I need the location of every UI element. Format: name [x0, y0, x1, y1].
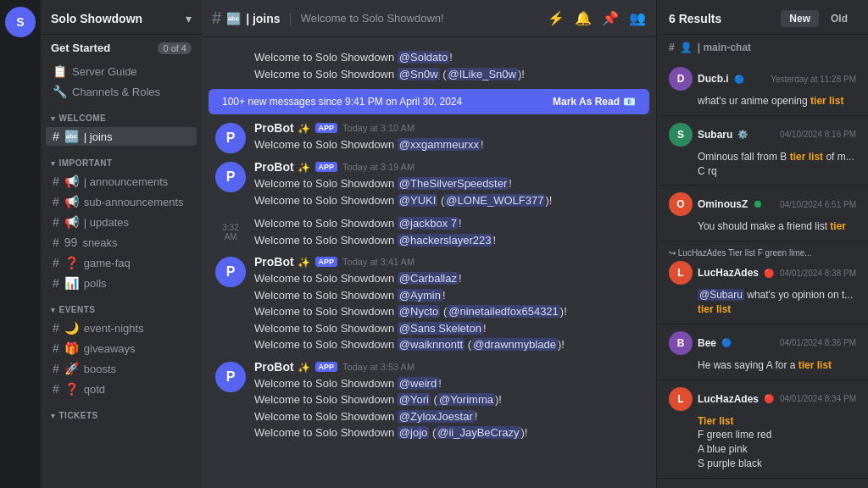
- channel-divider: |: [289, 11, 292, 26]
- hash-icon: #: [53, 215, 59, 229]
- time-aside-container: 3:32 AM: [215, 215, 246, 248]
- timestamp: Today at 3:41 AM: [342, 257, 415, 267]
- sidebar-item-server-guide[interactable]: 📋 Server Guide: [46, 62, 197, 80]
- sidebar-item-channels-roles[interactable]: 🔧 Channels & Roles: [46, 82, 197, 101]
- search-result-header: S Subaru ⚙️ 04/10/2024 8:16 PM: [669, 123, 856, 147]
- result-date: 04/10/2024 8:16 PM: [780, 130, 856, 139]
- sidebar-item-sneaks[interactable]: # 99 sneaks: [46, 233, 197, 252]
- search-threads-icon[interactable]: ⚡: [548, 10, 565, 26]
- search-result-header: B Bee 🔵 04/01/2024 8:36 PM: [669, 331, 856, 355]
- sidebar-item-game-faq[interactable]: # ❓ game-faq: [46, 253, 197, 272]
- message-time-aside: 3:32 AM: [215, 223, 246, 241]
- result-date: 04/01/2024 8:38 PM: [780, 269, 856, 278]
- online-indicator: 🔵: [734, 75, 744, 84]
- get-started-label: Get Started: [51, 42, 110, 54]
- sidebar-item-boosts[interactable]: # 🚀 boosts: [46, 359, 197, 378]
- channels-roles-label: Channels & Roles: [72, 86, 160, 98]
- result-date: 04/10/2024 6:51 PM: [780, 200, 856, 209]
- sidebar-item-qotd[interactable]: # ❓ qotd: [46, 380, 197, 398]
- hash-icon: #: [53, 321, 59, 335]
- search-result-header: L LucHazAdes 🔴 04/01/2024 8:34 PM: [669, 387, 856, 411]
- message-header: ProBot ✨ APP Today at 3:10 AM: [254, 121, 643, 135]
- search-result-item[interactable]: L LucHazAdes 🔴 04/01/2024 8:34 PM Tier l…: [657, 380, 868, 479]
- category-tickets[interactable]: ▾ TICKETS: [41, 399, 202, 424]
- result-username: LucHazAdes: [698, 393, 759, 405]
- timestamp: Today at 3:19 AM: [342, 162, 415, 172]
- avatar: P: [215, 123, 246, 153]
- badge-icon: 🔴: [764, 269, 774, 278]
- sidebar-item-event-nights[interactable]: # 🌙 event-nights: [46, 319, 197, 337]
- members-icon[interactable]: 👥: [629, 10, 646, 26]
- sub-announcements-emoji-icon: 📢: [64, 195, 79, 208]
- mark-as-read-button[interactable]: Mark As Read 📧: [553, 96, 636, 108]
- message-group: P ProBot ✨ APP Today at 3:53 AM Welcome …: [202, 357, 656, 445]
- message-header: ProBot ✨ APP Today at 3:19 AM: [254, 160, 643, 174]
- search-result-item[interactable]: O OminousZ 04/10/2024 6:51 PM You should…: [657, 186, 868, 241]
- channel-topic: Welcome to Solo Showdown!: [301, 12, 444, 25]
- server-icon[interactable]: S: [5, 7, 36, 37]
- result-text: He was saying A for a tier list: [669, 358, 856, 373]
- chevron-icon: ▾: [51, 412, 56, 420]
- channel-label: giveaways: [84, 342, 136, 355]
- pin-icon[interactable]: 📌: [602, 10, 619, 26]
- get-started-progress: 0 of 4: [158, 42, 192, 54]
- message-group: 3:32 AM Welcome to Solo Showdown @jackbo…: [202, 212, 656, 252]
- results-count: 6 Results: [669, 12, 721, 25]
- get-started-section[interactable]: Get Started 0 of 4: [41, 35, 202, 61]
- channel-label: sub-announcements: [84, 196, 184, 208]
- timestamp: Today at 3:53 AM: [342, 362, 415, 372]
- avatar: O: [669, 192, 693, 216]
- sidebar-item-polls[interactable]: # 📊 polls: [46, 274, 197, 292]
- search-tabs: New Old: [781, 10, 856, 27]
- server-header[interactable]: Solo Showdown ▾: [41, 0, 202, 35]
- search-tab-old[interactable]: Old: [822, 10, 856, 27]
- sidebar-item-giveaways[interactable]: # 🎁 giveaways: [46, 339, 197, 358]
- channel-label: polls: [84, 277, 107, 290]
- sidebar-item-sub-announcements[interactable]: # 📢 sub-announcements: [46, 192, 197, 211]
- qotd-emoji-icon: ❓: [64, 382, 79, 396]
- result-text: Tier list F green lime red A blue pink S…: [669, 414, 856, 471]
- avatar: L: [669, 387, 693, 411]
- category-events[interactable]: ▾ EVENTS: [41, 293, 202, 318]
- search-result-item[interactable]: D Ducb.i 🔵 Yesterday at 11:28 PM what's …: [657, 60, 868, 116]
- message-text: Welcome to Solo Showdown @Soldato!: [215, 49, 643, 66]
- message-text: Welcome to Solo Showdown @hackerslayer22…: [254, 232, 643, 249]
- new-messages-text: 100+ new messages since 9:41 PM on April…: [222, 96, 462, 108]
- search-result-item[interactable]: B Bee 🔵 04/01/2024 8:36 PM He was saying…: [657, 324, 868, 380]
- hash-icon: #: [53, 256, 59, 269]
- hash-icon: #: [53, 276, 59, 290]
- giveaways-emoji-icon: 🎁: [64, 341, 79, 355]
- category-important[interactable]: ▾ IMPORTANT: [41, 147, 202, 171]
- message-header: ProBot ✨ APP Today at 3:53 AM: [254, 360, 643, 374]
- category-welcome[interactable]: ▾ WELCOME: [41, 102, 202, 126]
- bell-icon[interactable]: 🔔: [575, 10, 592, 26]
- message-text: Welcome to Solo Showdown @weird!: [254, 375, 643, 392]
- result-pretext: ↪ LucHazAdes Tier list F green lime...: [669, 248, 856, 261]
- new-messages-bar: 100+ new messages since 9:41 PM on April…: [209, 89, 649, 114]
- sidebar-item-joins[interactable]: # 🔤 | joins: [46, 127, 197, 146]
- message-text: Welcome to Solo Showdown @Sn0w (@ILike_S…: [215, 66, 643, 83]
- sidebar-item-updates[interactable]: # 📢 | updates: [46, 213, 197, 231]
- category-label: WELCOME: [59, 114, 107, 123]
- pre-bar-messages: Welcome to Solo Showdown @Soldato! Welco…: [202, 46, 656, 86]
- channel-label: sneaks: [82, 236, 117, 249]
- search-result-item[interactable]: S Subaru ⚙️ 04/10/2024 8:16 PM Ominous f…: [657, 116, 868, 186]
- online-dot: [754, 201, 761, 208]
- result-username: LucHazAdes: [698, 267, 759, 279]
- search-tab-new[interactable]: New: [781, 10, 819, 27]
- message-text: Welcome to Solo Showdown @YUKI (@LONE_WO…: [254, 192, 643, 209]
- sidebar-item-announcements[interactable]: # 📢 | announcements: [46, 172, 197, 191]
- bot-star-icon: ⚙️: [737, 130, 748, 139]
- message-text: Welcome to Solo Showdown @TheSilverSpeed…: [254, 175, 643, 192]
- search-result-item[interactable]: ↪ LucHazAdes Tier list F green lime... L…: [657, 241, 868, 324]
- search-channel-header: # 👤 | main-chat: [657, 35, 868, 57]
- bot-badge: APP: [315, 123, 338, 133]
- category-label: IMPORTANT: [59, 158, 113, 168]
- message-text: Welcome to Solo Showdown @Carballaz!: [254, 270, 643, 287]
- message-content: ProBot ✨ APP Today at 3:19 AM Welcome to…: [254, 160, 643, 208]
- verified-icon: 🔵: [721, 338, 732, 347]
- channel-member-icon: 👤: [680, 42, 693, 53]
- message-text: Welcome to Solo Showdown @Sans Skeleton!: [254, 320, 643, 337]
- username: ProBot ✨: [254, 121, 310, 135]
- avatar: P: [215, 257, 246, 287]
